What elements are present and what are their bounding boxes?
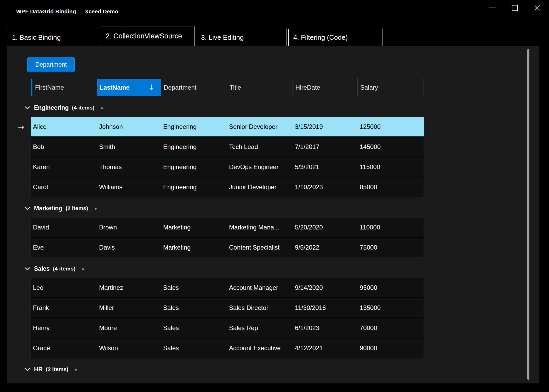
table-cell[interactable]: Content Specialist [227,238,293,257]
column-header-hiredate[interactable]: HireDate [293,79,358,96]
table-cell[interactable]: 110000 [358,218,424,237]
table-cell[interactable]: 115000 [358,157,424,177]
table-row[interactable]: LeoMartinezSalesAccount Manager9/14/2020… [31,278,424,297]
group-by-chip-department[interactable]: Department [27,57,75,72]
table-cell[interactable]: Eve [31,238,97,257]
tab-collectionviewsource[interactable]: 2. CollectionViewSource [101,26,195,46]
group-expander-icon[interactable]: ▸ [75,366,78,372]
table-cell[interactable]: 5/3/2021 [293,157,358,177]
table-cell[interactable]: Sales [161,298,227,318]
table-cell[interactable]: 6/1/2023 [293,318,358,338]
column-header-firstname[interactable]: FirstName [32,79,97,96]
table-cell[interactable]: Sales [161,338,227,358]
table-row[interactable]: FrankMillerSalesSales Director11/30/2016… [31,298,424,318]
table-cell[interactable]: Williams [97,177,161,197]
table-cell[interactable]: Junior Developer [227,177,293,197]
table-cell[interactable]: Carol [31,177,97,197]
table-cell[interactable]: 1/10/2023 [293,177,358,197]
table-cell[interactable]: Davis [97,238,161,257]
table-cell[interactable]: Karen [31,157,97,177]
table-cell[interactable]: Sales [161,318,227,338]
table-cell[interactable]: 9/5/2022 [293,238,358,257]
table-row[interactable]: DavidBrownMarketingMarketing Mana...5/20… [31,218,424,237]
minimize-icon [489,8,496,8]
table-cell[interactable]: 9/14/2020 [293,278,358,297]
table-row[interactable]: HenryMooreSalesSales Rep6/1/202370000 [31,318,424,338]
table-cell[interactable]: Engineering [161,117,227,136]
table-cell[interactable]: Bob [31,137,97,157]
group-header-engineering[interactable]: Engineering(4 items)▸ [25,102,426,113]
group-header-sales[interactable]: Sales(4 items)▸ [25,263,426,274]
table-row[interactable]: KarenThomasEngineeringDevOps Engineer5/3… [31,157,424,177]
table-cell[interactable]: 11/30/2016 [293,298,358,318]
table-cell[interactable]: 3/15/2019 [293,117,358,136]
table-cell[interactable]: Marketing [161,218,227,237]
close-button[interactable] [531,2,544,14]
table-cell[interactable]: 90000 [358,338,424,358]
table-cell[interactable]: 145000 [358,137,424,157]
table-cell[interactable]: 70000 [358,318,424,338]
table-cell[interactable]: Engineering [161,177,227,197]
table-cell[interactable]: David [31,218,97,237]
table-cell[interactable]: Account Manager [227,278,293,297]
table-cell[interactable]: Senior Developer [227,117,293,136]
group-expander-icon[interactable]: ▸ [101,105,104,111]
table-cell[interactable]: Sales Director [227,298,293,318]
table-row-selected[interactable]: →AliceJohnsonEngineeringSenior Developer… [31,117,424,136]
group-count: (4 items) [53,266,75,272]
table-cell[interactable]: 7/1/2017 [293,137,358,157]
table-cell[interactable]: Engineering [161,137,227,157]
table-cell[interactable]: Account Executive [227,338,293,358]
table-cell[interactable]: Henry [31,318,97,338]
table-cell[interactable]: Alice [31,117,97,136]
table-cell[interactable]: Sales Rep [227,318,293,338]
table-cell[interactable]: Smith [97,137,161,157]
table-cell[interactable]: Frank [31,298,97,318]
table-cell[interactable]: 4/12/2021 [293,338,358,358]
table-cell[interactable]: 5/20/2020 [293,218,358,237]
table-cell[interactable]: DevOps Engineer [227,157,293,177]
table-row[interactable]: EveDavisMarketingContent Specialist9/5/2… [31,238,424,257]
tab-filtering-code[interactable]: 4. Filtering (Code) [288,29,382,46]
table-cell[interactable]: Johnson [97,117,161,136]
chevron-down-icon[interactable] [25,267,31,270]
table-cell[interactable]: Moore [97,318,161,338]
table-row[interactable]: GraceWilsonSalesAccount Executive4/12/20… [31,338,424,358]
table-cell[interactable]: Marketing [161,238,227,257]
table-row[interactable]: BobSmithEngineeringTech Lead7/1/20171450… [31,137,424,157]
tab-live-editing[interactable]: 3. Live Editing [196,29,287,46]
table-cell[interactable]: Grace [31,338,97,358]
column-header-lastname[interactable]: LastName ↓ [97,79,161,96]
table-cell[interactable]: Engineering [161,157,227,177]
group-expander-icon[interactable]: ▸ [95,205,98,211]
table-cell[interactable]: Sales [161,278,227,297]
table-cell[interactable]: 125000 [358,117,424,136]
chevron-down-icon[interactable] [25,207,31,210]
table-cell[interactable]: Miller [97,298,161,318]
group-count: (2 items) [46,366,68,372]
table-cell[interactable]: Tech Lead [227,137,293,157]
group-expander-icon[interactable]: ▸ [82,266,85,272]
minimize-button[interactable] [486,2,499,14]
group-header-hr[interactable]: HR(2 items)▸ [25,364,426,375]
vertical-scrollbar[interactable] [527,49,529,380]
table-cell[interactable]: Thomas [97,157,161,177]
table-cell[interactable]: Leo [31,278,97,297]
column-header-title[interactable]: Title [227,79,293,96]
table-cell[interactable]: Wilson [97,338,161,358]
column-header-salary[interactable]: Salary [358,79,424,96]
group-header-marketing[interactable]: Marketing(2 items)▸ [25,203,426,214]
table-cell[interactable]: Martinez [97,278,161,297]
table-cell[interactable]: 95000 [358,278,424,297]
column-header-department[interactable]: Department [161,79,227,96]
table-cell[interactable]: 75000 [358,238,424,257]
table-row[interactable]: CarolWilliamsEngineeringJunior Developer… [31,177,424,197]
table-cell[interactable]: Brown [97,218,161,237]
chevron-down-icon[interactable] [25,368,31,371]
maximize-button[interactable] [508,2,521,14]
table-cell[interactable]: 135000 [358,298,424,318]
table-cell[interactable]: Marketing Mana... [227,218,293,237]
chevron-down-icon[interactable] [25,106,31,109]
table-cell[interactable]: 85000 [358,177,424,197]
tab-basic-binding[interactable]: 1. Basic Binding [7,29,99,46]
